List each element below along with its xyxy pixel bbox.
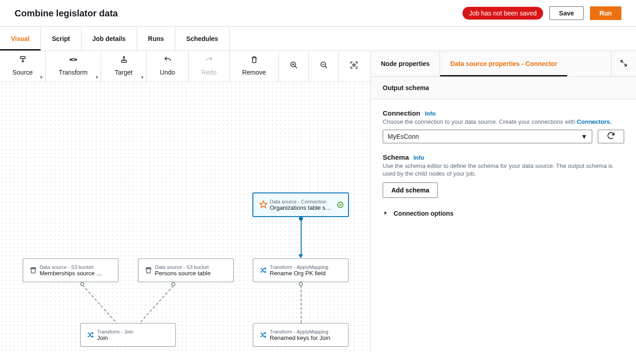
tab-visual[interactable]: Visual [0,27,41,51]
toolbar-zoom-in[interactable] [279,51,309,81]
edge-renamepk-renamed [301,285,302,323]
canvas-column: Source Transform Target Undo [0,51,371,354]
port[interactable] [299,282,303,286]
port[interactable] [80,282,84,286]
add-schema-button[interactable]: Add schema [383,182,438,198]
panel-tab-row: Node properties Data source properties -… [371,51,636,77]
port[interactable] [299,217,303,221]
connection-options-expander[interactable]: Connection options [383,210,624,217]
chevron-down-icon: ▼ [581,133,587,140]
dag-canvas[interactable]: Data source - Connection Organizations t… [0,82,370,354]
canvas-toolbar: Source Transform Target Undo [0,51,370,82]
page-header: Combine legislator data Job has not been… [0,0,636,27]
node-persons-source[interactable]: Data source - S3 bucket Persons source t… [138,258,234,282]
connection-label: Connection [383,109,421,117]
editor: Source Transform Target Undo [0,51,636,354]
node-join[interactable]: Transform - Join Join [80,323,176,347]
redo-icon [205,56,214,65]
edge-memsrc-join [82,285,118,325]
svg-point-10 [338,202,343,207]
refresh-icon [606,131,615,142]
run-button[interactable]: Run [590,6,621,20]
undo-icon [163,56,172,65]
page-title: Combine legislator data [15,8,118,19]
svg-rect-0 [20,56,25,59]
svg-point-5 [123,56,124,58]
toolbar-redo: Redo [189,51,230,81]
properties-panel: Node properties Data source properties -… [371,51,636,354]
save-button[interactable]: Save [549,6,584,20]
target-icon [119,56,128,65]
connectors-link[interactable]: Connectors. [577,118,611,125]
svg-point-1 [22,61,23,62]
tab-datasource-properties[interactable]: Data source properties - Connector [440,51,567,76]
shuffle-icon [84,331,97,339]
toolbar-transform[interactable]: Transform [46,51,101,81]
bucket-icon [27,266,40,274]
source-icon [18,56,27,65]
node-renamed-keys[interactable]: Transform - ApplyMapping Renamed keys fo… [253,323,349,347]
header-actions: Job has not been saved Save Run [462,6,621,20]
toolbar-undo[interactable]: Undo [147,51,189,81]
zoom-out-icon [319,61,328,71]
panel-subhead: Output schema [371,77,636,99]
shuffle-icon [257,331,270,339]
bucket-icon [142,266,155,274]
toolbar-remove[interactable]: Remove [230,51,279,81]
success-icon [336,201,344,208]
refresh-connections-button[interactable] [598,130,624,143]
schema-label: Schema [383,153,409,161]
svg-point-2 [70,59,71,61]
fit-screen-icon [349,61,359,71]
expand-panel-button[interactable] [611,51,636,76]
tab-node-properties[interactable]: Node properties [371,51,440,76]
connection-desc: Choose the connection to your data sourc… [383,118,624,126]
svg-point-4 [72,59,75,61]
save-status-pill: Job has not been saved [462,7,543,20]
edge-persrc-join [137,285,174,326]
panel-body: Connection Info Choose the connection to… [371,99,636,227]
caret-right-icon [383,210,388,217]
tab-script[interactable]: Script [41,27,82,51]
schema-desc: Use the schema editor to define the sche… [383,162,624,178]
shuffle-icon [257,266,270,274]
connection-select[interactable]: MyEsConn ▼ [383,130,592,143]
trash-icon [250,56,259,65]
node-org-source[interactable]: Data source - Connection Organizations t… [253,193,349,217]
svg-point-3 [75,59,77,61]
arrowhead-icon [298,254,303,258]
edge-orgsrc-renamepk [301,220,302,258]
expand-icon [620,59,628,69]
schema-info-link[interactable]: Info [413,154,424,161]
tab-schedules[interactable]: Schedules [175,27,230,51]
zoom-in-icon [289,61,298,71]
toolbar-zoom-out[interactable] [309,51,339,81]
connection-info-link[interactable]: Info [425,110,436,117]
toolbar-source[interactable]: Source [0,51,46,81]
transform-icon [69,56,78,65]
node-rename-org-pk[interactable]: Transform - ApplyMapping Rename Org PK f… [253,258,349,282]
port[interactable] [171,282,175,286]
toolbar-fit[interactable] [339,51,369,81]
main-tabs: Visual Script Job details Runs Schedules [0,27,636,51]
star-icon [257,200,270,209]
svg-rect-9 [353,64,355,66]
tab-job-details[interactable]: Job details [82,27,137,51]
node-memberships-source[interactable]: Data source - S3 bucket Memberships sour… [23,258,118,282]
tab-runs[interactable]: Runs [137,27,175,51]
toolbar-target[interactable]: Target [101,51,147,81]
